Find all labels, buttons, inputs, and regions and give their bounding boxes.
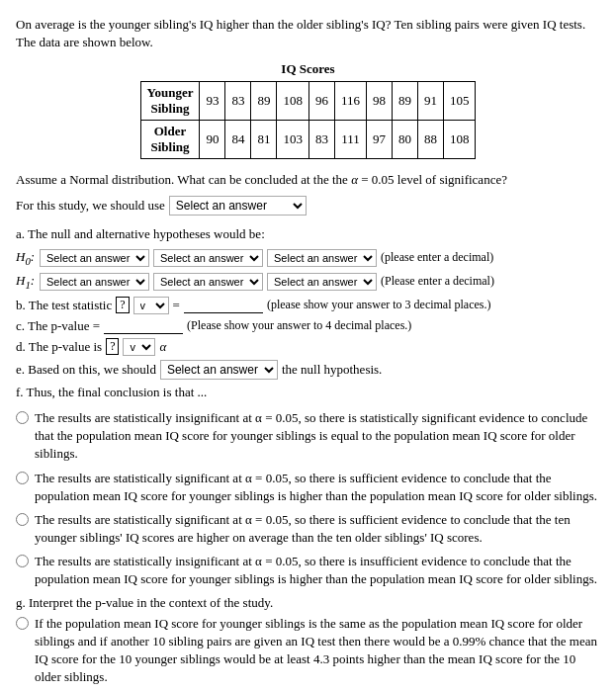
study-select[interactable]: Select an answer a paired t-test an inde… bbox=[169, 196, 307, 216]
section-f-label: f. Thus, the final conclusion is that ..… bbox=[16, 384, 600, 401]
ys-val-4: 108 bbox=[277, 82, 309, 121]
section-f-option-4: The results are statistically insignific… bbox=[16, 553, 600, 588]
section-e-prefix: e. Based on this, we should bbox=[16, 362, 156, 378]
intro-text: On average is the younger sibling's IQ h… bbox=[16, 16, 600, 51]
ys-val-10: 105 bbox=[443, 82, 476, 121]
older-sibling-header: OlderSibling bbox=[140, 121, 200, 159]
section-g-option-1-text: If the population mean IQ score for youn… bbox=[35, 615, 600, 687]
section-a-label: a. The null and alternative hypotheses w… bbox=[16, 225, 600, 243]
section-e-select[interactable]: Select an answer reject fail to reject bbox=[160, 360, 278, 380]
study-prefix: For this study, we should use bbox=[16, 198, 165, 214]
section-g-options: If the population mean IQ score for youn… bbox=[16, 615, 600, 692]
ys-val-8: 89 bbox=[392, 82, 417, 121]
h0-label: H0: bbox=[16, 249, 36, 267]
section-f-radio-1[interactable] bbox=[16, 411, 29, 424]
section-f-radio-4[interactable] bbox=[16, 555, 29, 567]
section-f-option-4-text: The results are statistically insignific… bbox=[35, 553, 600, 588]
section-f-option-1-text: The results are statistically insignific… bbox=[35, 409, 600, 464]
alpha-symbol: α bbox=[159, 339, 166, 355]
pvalue-qmark[interactable]: ? bbox=[106, 338, 119, 355]
ys-val-9: 91 bbox=[417, 82, 443, 121]
ys-val-2: 83 bbox=[225, 82, 251, 121]
study-line: For this study, we should use Select an … bbox=[16, 196, 600, 216]
h0-select-1[interactable]: Select an answer μd μ1 μ2 d̄ bbox=[40, 249, 149, 267]
ys-val-6: 116 bbox=[334, 82, 366, 121]
pvalue-compare-select[interactable]: v > < = bbox=[123, 338, 155, 356]
h1-row: H1: Select an answer μd μ1 μ2 d̄ Select … bbox=[16, 273, 600, 291]
younger-sibling-header: YoungerSibling bbox=[140, 82, 200, 121]
section-d-label: d. The p-value is bbox=[16, 339, 102, 355]
h1-select-2[interactable]: Select an answer = ≠ > < ≥ ≤ bbox=[153, 273, 263, 291]
h1-select-3[interactable]: Select an answer 0 0.05 bbox=[267, 273, 377, 291]
os-val-8: 80 bbox=[392, 121, 417, 159]
os-val-6: 111 bbox=[334, 121, 366, 159]
h1-label: H1: bbox=[16, 273, 36, 291]
section-b-hint: (please show your answer to 3 decimal pl… bbox=[267, 298, 491, 312]
section-d-row: d. The p-value is ? v > < = α bbox=[16, 338, 600, 356]
section-b-label: b. The test statistic bbox=[16, 298, 112, 313]
section-f-option-1: The results are statistically insignific… bbox=[16, 409, 600, 464]
os-val-7: 97 bbox=[366, 121, 392, 159]
test-stat-select[interactable]: v z t χ² F bbox=[133, 297, 169, 314]
section-e-row: e. Based on this, we should Select an an… bbox=[16, 360, 600, 380]
section-g: g. Interpret the p-value in the context … bbox=[16, 595, 600, 692]
section-f-radio-3[interactable] bbox=[16, 513, 29, 526]
os-val-5: 83 bbox=[308, 121, 334, 159]
ys-val-3: 89 bbox=[251, 82, 277, 121]
section-f-option-3-text: The results are statistically significan… bbox=[35, 511, 600, 547]
pvalue-input[interactable] bbox=[104, 318, 183, 334]
section-g-radio-1[interactable] bbox=[16, 617, 29, 630]
os-val-1: 90 bbox=[200, 121, 225, 159]
iq-scores-table: YoungerSibling 93 83 89 108 96 116 98 89… bbox=[140, 81, 477, 159]
test-stat-equals: = bbox=[173, 298, 180, 313]
section-f-option-2: The results are statistically significan… bbox=[16, 470, 600, 505]
section-f-option-2-text: The results are statistically significan… bbox=[35, 470, 600, 505]
os-val-4: 103 bbox=[277, 121, 309, 159]
test-stat-input[interactable] bbox=[184, 298, 263, 313]
ys-val-5: 96 bbox=[308, 82, 334, 121]
table-container: IQ Scores YoungerSibling 93 83 89 108 96… bbox=[16, 61, 600, 159]
section-c-hint: (Please show your answer to 4 decimal pl… bbox=[187, 318, 411, 333]
os-val-9: 88 bbox=[417, 121, 443, 159]
h1-hint: (Please enter a decimal) bbox=[381, 274, 494, 289]
h0-select-2[interactable]: Select an answer = ≠ > < ≥ ≤ bbox=[153, 249, 263, 267]
table-title: IQ Scores bbox=[16, 61, 600, 77]
section-f-option-3: The results are statistically significan… bbox=[16, 511, 600, 547]
section-g-label: g. Interpret the p-value in the context … bbox=[16, 595, 273, 610]
h0-select-3[interactable]: Select an answer 0 0.05 bbox=[267, 249, 377, 267]
section-g-option-1: If the population mean IQ score for youn… bbox=[16, 615, 600, 687]
section-c-label: c. The p-value = bbox=[16, 318, 100, 334]
h0-row: H0: Select an answer μd μ1 μ2 d̄ Select … bbox=[16, 249, 600, 267]
os-val-3: 81 bbox=[251, 121, 277, 159]
section-b-row: b. The test statistic ? v z t χ² F = (pl… bbox=[16, 297, 600, 314]
h1-select-1[interactable]: Select an answer μd μ1 μ2 d̄ bbox=[40, 273, 149, 291]
ys-val-1: 93 bbox=[200, 82, 225, 121]
assume-text: Assume a Normal distribution. What can b… bbox=[16, 171, 600, 189]
section-c-row: c. The p-value = (Please show your answe… bbox=[16, 318, 600, 334]
test-stat-qmark[interactable]: ? bbox=[116, 297, 129, 313]
os-val-2: 84 bbox=[225, 121, 251, 159]
ys-val-7: 98 bbox=[366, 82, 392, 121]
os-val-10: 108 bbox=[443, 121, 476, 159]
section-f-options: The results are statistically insignific… bbox=[16, 409, 600, 589]
section-e-suffix: the null hypothesis. bbox=[282, 362, 382, 378]
h0-hint: (please enter a decimal) bbox=[381, 250, 493, 265]
section-f-radio-2[interactable] bbox=[16, 472, 29, 484]
